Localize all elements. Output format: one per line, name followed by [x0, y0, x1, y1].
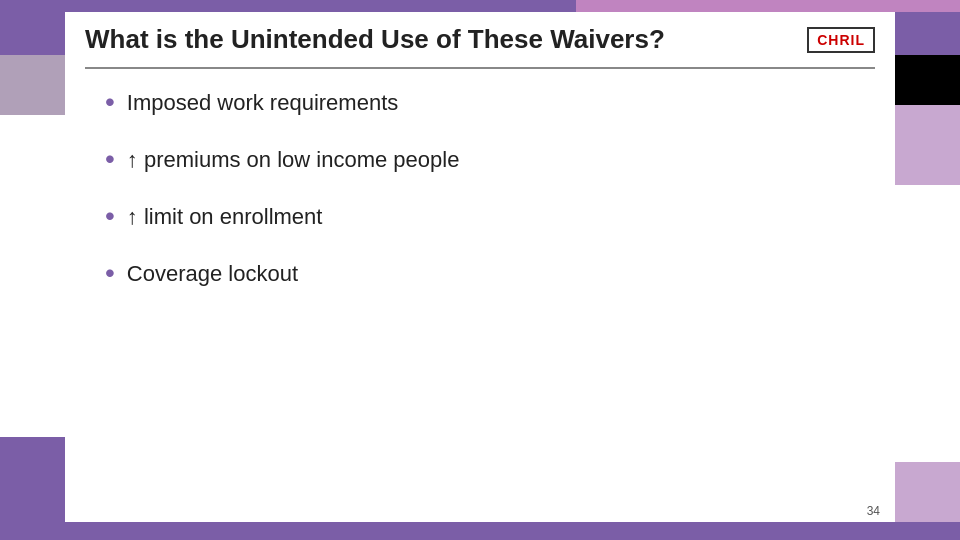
right-bar-light	[895, 105, 960, 185]
chril-logo: CHRIL	[807, 27, 875, 53]
bullet-dot-2: •	[105, 143, 115, 175]
right-bar-middle	[895, 55, 960, 105]
bullet-dot-1: •	[105, 86, 115, 118]
bullet-item-3: • ↑ limit on enrollment	[105, 203, 855, 232]
logo-text: CHRIL	[817, 32, 865, 48]
bullet-text-3: ↑ limit on enrollment	[127, 203, 323, 232]
logo-area: CHRIL	[807, 27, 875, 53]
left-decorative-bar	[0, 0, 65, 540]
left-bar-white	[0, 115, 65, 437]
left-bar-bottom	[0, 437, 65, 522]
bullet-dot-3: •	[105, 200, 115, 232]
bullet-text-1: Imposed work requirements	[127, 89, 398, 118]
bullet-text-4: Coverage lockout	[127, 260, 298, 289]
bullet-item-1: • Imposed work requirements	[105, 89, 855, 118]
right-bar-light-bottom	[895, 462, 960, 522]
bottom-decorative-bar	[0, 522, 960, 540]
right-decorative-bar	[895, 0, 960, 540]
bullet-list: • Imposed work requirements • ↑ premiums…	[65, 69, 895, 337]
right-bar-white	[895, 185, 960, 462]
bullet-text-2: ↑ premiums on low income people	[127, 146, 460, 175]
bullet-item-2: • ↑ premiums on low income people	[105, 146, 855, 175]
main-content: What is the Unintended Use of These Waiv…	[65, 12, 895, 522]
bullet-dot-4: •	[105, 257, 115, 289]
slide-header: What is the Unintended Use of These Waiv…	[65, 12, 895, 67]
top-decorative-bar	[0, 0, 960, 12]
page-number: 34	[867, 504, 880, 518]
left-bar-middle	[0, 55, 65, 115]
bullet-item-4: • Coverage lockout	[105, 260, 855, 289]
slide-title: What is the Unintended Use of These Waiv…	[85, 24, 787, 55]
